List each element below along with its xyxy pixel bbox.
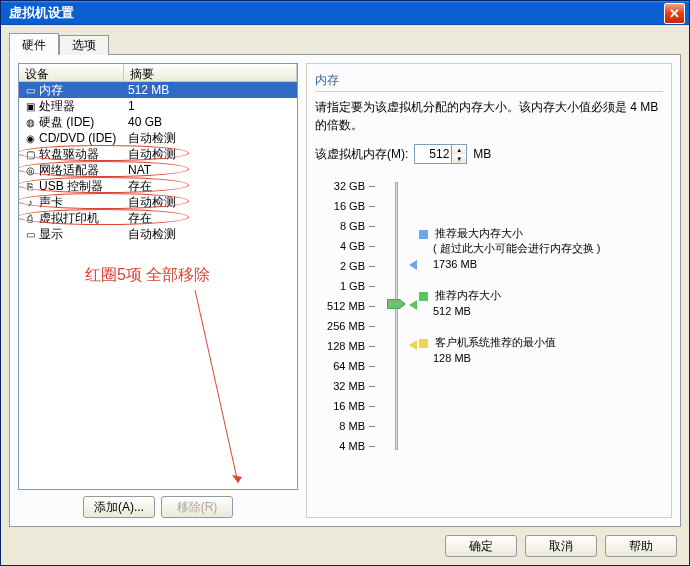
mem-icon: ▭ — [23, 84, 37, 96]
scale-tick: 4 GB — [340, 236, 375, 256]
table-row[interactable]: ▣处理器1 — [19, 98, 297, 114]
scale-tick: 16 MB — [333, 396, 375, 416]
memory-description: 请指定要为该虚拟机分配的内存大小。该内存大小值必须是 4 MB 的倍数。 — [315, 98, 663, 134]
tab-strip: 硬件 选项 — [9, 33, 681, 55]
device-summary: 自动检测 — [124, 226, 297, 243]
help-button[interactable]: 帮助 — [605, 535, 677, 557]
marker-max-icon — [409, 260, 417, 270]
device-name: 软盘驱动器 — [39, 146, 99, 163]
usb-icon: ⎘ — [23, 180, 37, 192]
table-header: 设备 摘要 — [19, 64, 297, 82]
close-button[interactable]: ✕ — [664, 3, 685, 24]
device-summary: 自动检测 — [124, 130, 297, 147]
memory-unit: MB — [473, 147, 491, 161]
table-row[interactable]: ▢软盘驱动器自动检测 — [19, 146, 297, 162]
scale-tick: 1 GB — [340, 276, 375, 296]
device-name: USB 控制器 — [39, 178, 103, 195]
ok-button[interactable]: 确定 — [445, 535, 517, 557]
scale-tick: 8 GB — [340, 216, 375, 236]
memory-label: 该虚拟机内存(M): — [315, 146, 408, 163]
device-name: 网络适配器 — [39, 162, 99, 179]
table-row[interactable]: ◍硬盘 (IDE)40 GB — [19, 114, 297, 130]
floppy-icon: ▢ — [23, 148, 37, 160]
device-table: 设备 摘要 ▭内存512 MB▣处理器1◍硬盘 (IDE)40 GB◉CD/DV… — [18, 63, 298, 490]
device-summary: 存在 — [124, 210, 297, 227]
table-row[interactable]: ⎘USB 控制器存在 — [19, 178, 297, 194]
col-summary: 摘要 — [124, 64, 297, 81]
device-summary: 1 — [124, 99, 297, 113]
table-row[interactable]: ♪声卡自动检测 — [19, 194, 297, 210]
memory-spinner[interactable]: ▲ ▼ — [414, 144, 467, 164]
memory-slider-thumb[interactable] — [387, 299, 405, 309]
device-name: 显示 — [39, 226, 63, 243]
remove-button[interactable]: 移除(R) — [161, 496, 233, 518]
marker-min-icon — [409, 340, 417, 350]
memory-section-title: 内存 — [315, 72, 663, 92]
marker-recommended-icon — [409, 300, 417, 310]
legend-max: 推荐最大内存大小 ( 超过此大小可能会进行内存交换 ) 1736 MB — [419, 226, 663, 270]
memory-slider-track[interactable] — [395, 182, 398, 450]
device-summary: 512 MB — [124, 83, 297, 97]
window-title: 虚拟机设置 — [5, 4, 664, 22]
device-summary: 自动检测 — [124, 194, 297, 211]
sound-icon: ♪ — [23, 196, 37, 208]
scale-tick: 8 MB — [339, 416, 375, 436]
scale-tick: 128 MB — [327, 336, 375, 356]
scale-tick: 256 MB — [327, 316, 375, 336]
table-row[interactable]: ◉CD/DVD (IDE)自动检测 — [19, 130, 297, 146]
legend-min: 客户机系统推荐的最小值 128 MB — [419, 335, 663, 364]
device-summary: 40 GB — [124, 115, 297, 129]
scale-tick: 4 MB — [339, 436, 375, 456]
add-button[interactable]: 添加(A)... — [83, 496, 155, 518]
scale-tick: 16 GB — [334, 196, 375, 216]
cpu-icon: ▣ — [23, 100, 37, 112]
legend-min-swatch — [419, 339, 428, 348]
scale-tick: 64 MB — [333, 356, 375, 376]
col-device: 设备 — [19, 64, 124, 81]
hdd-icon: ◍ — [23, 116, 37, 128]
device-name: 硬盘 (IDE) — [39, 114, 94, 131]
table-row[interactable]: ▭内存512 MB — [19, 82, 297, 98]
scale-tick: 32 GB — [334, 176, 375, 196]
net-icon: ◎ — [23, 164, 37, 176]
printer-icon: ⎙ — [23, 212, 37, 224]
device-summary: 存在 — [124, 178, 297, 195]
legend-rec-swatch — [419, 292, 428, 301]
table-row[interactable]: ⎙虚拟打印机存在 — [19, 210, 297, 226]
device-name: 处理器 — [39, 98, 75, 115]
device-summary: NAT — [124, 163, 297, 177]
cancel-button[interactable]: 取消 — [525, 535, 597, 557]
device-name: 虚拟打印机 — [39, 210, 99, 227]
tab-options[interactable]: 选项 — [59, 35, 109, 55]
device-summary: 自动检测 — [124, 146, 297, 163]
scale-tick: 512 MB — [327, 296, 375, 316]
cd-icon: ◉ — [23, 132, 37, 144]
memory-input[interactable] — [415, 145, 451, 163]
spinner-down-icon[interactable]: ▼ — [452, 154, 466, 163]
legend-recommended: 推荐内存大小 512 MB — [419, 288, 663, 317]
device-name: CD/DVD (IDE) — [39, 131, 116, 145]
tab-hardware[interactable]: 硬件 — [9, 33, 59, 55]
display-icon: ▭ — [23, 228, 37, 240]
svg-marker-2 — [387, 299, 405, 309]
table-row[interactable]: ▭显示自动检测 — [19, 226, 297, 242]
device-name: 声卡 — [39, 194, 63, 211]
legend-max-swatch — [419, 230, 428, 239]
device-name: 内存 — [39, 82, 63, 99]
titlebar: 虚拟机设置 ✕ — [1, 1, 689, 25]
scale-tick: 2 GB — [340, 256, 375, 276]
scale-tick: 32 MB — [333, 376, 375, 396]
table-row[interactable]: ◎网络适配器NAT — [19, 162, 297, 178]
spinner-up-icon[interactable]: ▲ — [452, 145, 466, 154]
